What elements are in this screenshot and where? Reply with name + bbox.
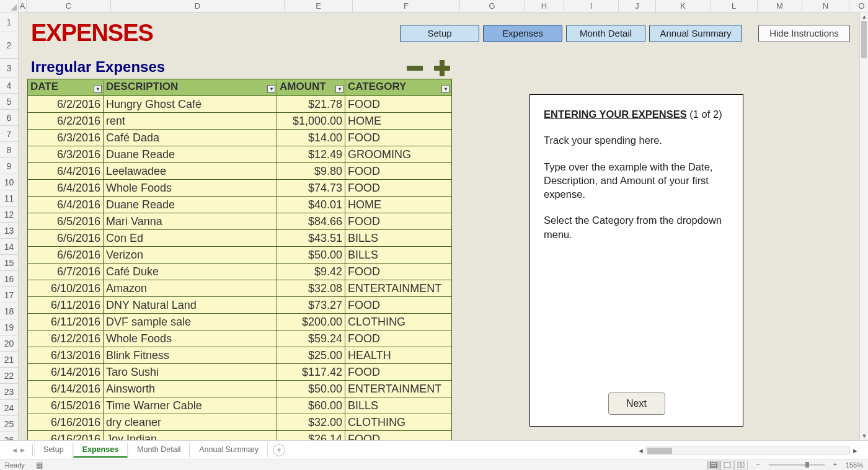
- cell-date[interactable]: 6/14/2016: [28, 364, 104, 380]
- cell-desc[interactable]: Time Warner Cable: [104, 397, 277, 414]
- cell-cat[interactable]: FOOD: [345, 96, 451, 112]
- cell-amount[interactable]: $14.00: [277, 130, 345, 146]
- cell-date[interactable]: 6/11/2016: [28, 297, 104, 313]
- table-row[interactable]: 6/2/2016Hungry Ghost Café$21.78FOOD: [28, 96, 451, 113]
- nav-button-month[interactable]: Month Detail: [566, 25, 645, 42]
- cell-cat[interactable]: FOOD: [345, 297, 451, 313]
- hide-instructions-button[interactable]: Hide Instructions: [758, 25, 850, 42]
- table-row[interactable]: 6/14/2016Taro Sushi$117.42FOOD: [28, 364, 451, 381]
- cell-desc[interactable]: Ainsworth: [104, 381, 277, 397]
- cell-date[interactable]: 6/2/2016: [28, 96, 104, 112]
- table-row[interactable]: 6/15/2016Time Warner Cable$60.00BILLS: [28, 397, 451, 414]
- nav-button-annual[interactable]: Annual Summary: [649, 25, 742, 42]
- sheet-tab-setup[interactable]: Setup: [34, 443, 73, 458]
- cell-desc[interactable]: Joy Indian: [104, 431, 277, 440]
- row-header-4[interactable]: 4: [0, 78, 18, 94]
- worksheet-area[interactable]: EXPENSES Irregular Expenses SetupExpense…: [19, 12, 859, 440]
- add-row-button[interactable]: [432, 58, 451, 78]
- row-header-6[interactable]: 6: [0, 110, 18, 126]
- cell-desc[interactable]: Hungry Ghost Café: [104, 96, 277, 112]
- cell-amount[interactable]: $21.78: [277, 96, 345, 112]
- cell-cat[interactable]: CLOTHING: [345, 314, 451, 330]
- table-row[interactable]: 6/4/2016Leelawadee$9.80FOOD: [28, 163, 451, 180]
- horizontal-scrollbar[interactable]: ◀ ▶: [636, 446, 859, 456]
- cell-desc[interactable]: Duane Reade: [104, 146, 277, 162]
- cell-amount[interactable]: $32.08: [277, 280, 345, 296]
- scroll-left-arrow[interactable]: ◀: [636, 446, 645, 455]
- row-header-2[interactable]: 2: [0, 32, 18, 59]
- cell-cat[interactable]: FOOD: [345, 364, 451, 380]
- row-header-10[interactable]: 10: [0, 174, 18, 190]
- cell-desc[interactable]: Café Dada: [104, 130, 277, 146]
- table-row[interactable]: 6/10/2016Amazon$32.08ENTERTAINMENT: [28, 280, 451, 297]
- cell-desc[interactable]: Con Ed: [104, 230, 277, 246]
- cell-desc[interactable]: Blink Fitness: [104, 347, 277, 363]
- cell-amount[interactable]: $1,000.00: [277, 113, 345, 129]
- table-row[interactable]: 6/7/2016Café Duke$9.42FOOD: [28, 264, 451, 280]
- cell-cat[interactable]: BILLS: [345, 397, 451, 414]
- sheet-tab-annual-summary[interactable]: Annual Summary: [190, 443, 268, 458]
- column-header-C[interactable]: C: [27, 0, 111, 12]
- cell-date[interactable]: 6/2/2016: [28, 113, 104, 129]
- cell-date[interactable]: 6/13/2016: [28, 347, 104, 363]
- cell-date[interactable]: 6/5/2016: [28, 213, 104, 229]
- filter-icon[interactable]: ▾: [335, 85, 343, 93]
- table-row[interactable]: 6/6/2016Con Ed$43.51BILLS: [28, 230, 451, 247]
- new-sheet-button[interactable]: +: [273, 444, 285, 456]
- table-row[interactable]: 6/11/2016DNY Natural Land$73.27FOOD: [28, 297, 451, 314]
- cell-amount[interactable]: $50.00: [277, 381, 345, 397]
- scrollbar-thumb[interactable]: [861, 21, 867, 58]
- filter-icon[interactable]: ▾: [267, 85, 275, 93]
- cell-date[interactable]: 6/7/2016: [28, 264, 104, 280]
- cell-date[interactable]: 6/3/2016: [28, 130, 104, 146]
- zoom-slider[interactable]: [769, 464, 825, 466]
- select-all-corner[interactable]: [0, 0, 19, 12]
- cell-cat[interactable]: GROOMING: [345, 146, 451, 162]
- row-header-7[interactable]: 7: [0, 126, 18, 142]
- cell-desc[interactable]: DVF sample sale: [104, 314, 277, 330]
- column-header-K[interactable]: K: [656, 0, 711, 12]
- cell-desc[interactable]: DNY Natural Land: [104, 297, 277, 313]
- cell-amount[interactable]: $60.00: [277, 397, 345, 414]
- filter-icon[interactable]: ▾: [94, 85, 102, 93]
- cell-date[interactable]: 6/3/2016: [28, 146, 104, 162]
- row-header-20[interactable]: 20: [0, 335, 18, 352]
- cell-date[interactable]: 6/6/2016: [28, 247, 104, 263]
- vertical-scrollbar[interactable]: ▲ ▼: [859, 12, 868, 440]
- row-header-25[interactable]: 25: [0, 416, 18, 432]
- cell-amount[interactable]: $26.14: [277, 431, 345, 440]
- cell-amount[interactable]: $117.42: [277, 364, 345, 380]
- table-row[interactable]: 6/6/2016Verizon$50.00BILLS: [28, 247, 451, 264]
- cell-desc[interactable]: Whole Foods: [104, 180, 277, 196]
- cell-amount[interactable]: $32.00: [277, 414, 345, 430]
- hscroll-thumb[interactable]: [647, 448, 672, 454]
- row-header-5[interactable]: 5: [0, 94, 18, 110]
- cell-cat[interactable]: HOME: [345, 113, 451, 129]
- view-page-layout-icon[interactable]: [720, 461, 734, 469]
- row-header-8[interactable]: 8: [0, 142, 18, 158]
- column-header-D[interactable]: D: [111, 0, 285, 12]
- column-header-L[interactable]: L: [711, 0, 758, 12]
- cell-desc[interactable]: Whole Foods: [104, 330, 277, 347]
- cell-desc[interactable]: Taro Sushi: [104, 364, 277, 380]
- row-header-13[interactable]: 13: [0, 223, 18, 239]
- table-row[interactable]: 6/2/2016rent$1,000.00HOME: [28, 113, 451, 130]
- cell-desc[interactable]: dry cleaner: [104, 414, 277, 430]
- cell-desc[interactable]: Verizon: [104, 247, 277, 263]
- scroll-right-arrow[interactable]: ▶: [851, 446, 859, 455]
- sheet-tab-expenses[interactable]: Expenses: [73, 443, 128, 458]
- cell-date[interactable]: 6/16/2016: [28, 414, 104, 430]
- cell-amount[interactable]: $9.80: [277, 163, 345, 179]
- cell-cat[interactable]: HEALTH: [345, 347, 451, 363]
- cell-desc[interactable]: Duane Reade: [104, 197, 277, 213]
- cell-amount[interactable]: $50.00: [277, 247, 345, 263]
- row-header-3[interactable]: 3: [0, 59, 18, 78]
- table-row[interactable]: 6/16/2016dry cleaner$32.00CLOTHING: [28, 414, 451, 431]
- column-header-M[interactable]: M: [758, 0, 802, 12]
- table-row[interactable]: 6/12/2016Whole Foods$59.24FOOD: [28, 330, 451, 347]
- cell-cat[interactable]: FOOD: [345, 264, 451, 280]
- row-header-18[interactable]: 18: [0, 303, 18, 319]
- cell-desc[interactable]: Café Duke: [104, 264, 277, 280]
- nav-button-setup[interactable]: Setup: [400, 25, 479, 42]
- cell-amount[interactable]: $84.66: [277, 213, 345, 229]
